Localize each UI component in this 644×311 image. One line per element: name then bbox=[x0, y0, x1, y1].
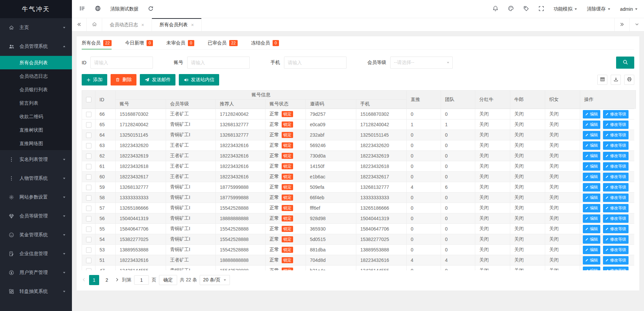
tabs-scroll-left-button[interactable] bbox=[72, 18, 87, 31]
edit-level-button[interactable]: 修改等级 bbox=[603, 173, 629, 181]
edit-level-button[interactable]: 修改等级 bbox=[603, 110, 629, 118]
sidebar-item[interactable]: 企业信息管理 bbox=[0, 244, 72, 263]
refresh-button[interactable] bbox=[148, 6, 154, 12]
lock-badge-button[interactable]: 锁定 bbox=[282, 132, 293, 138]
member-status-tab[interactable]: 所有会员22 bbox=[82, 36, 118, 49]
sidebar-subitem[interactable]: 收款二维码 bbox=[0, 110, 72, 123]
tabs-menu-button[interactable] bbox=[629, 18, 644, 31]
lock-badge-button[interactable]: 锁定 bbox=[282, 122, 293, 128]
tab-all-members[interactable]: 所有会员列表 × bbox=[152, 18, 202, 31]
lock-badge-button[interactable]: 锁定 bbox=[282, 195, 293, 201]
edit-level-button[interactable]: 修改等级 bbox=[603, 152, 629, 160]
tab-home[interactable] bbox=[87, 18, 102, 31]
edit-button[interactable]: 编辑 bbox=[583, 214, 600, 223]
page-button-1[interactable]: 1 bbox=[89, 275, 99, 285]
filter-phone-input[interactable] bbox=[284, 57, 347, 69]
edit-button[interactable]: 编辑 bbox=[583, 152, 600, 160]
row-checkbox[interactable] bbox=[86, 153, 91, 159]
close-icon[interactable]: × bbox=[191, 23, 194, 27]
lock-badge-button[interactable]: 锁定 bbox=[282, 184, 293, 190]
sidebar-item[interactable]: 实名列表管理 bbox=[0, 150, 72, 169]
edit-level-button[interactable]: 修改等级 bbox=[603, 225, 629, 233]
member-status-tab[interactable]: 已审会员22 bbox=[201, 36, 244, 49]
row-checkbox[interactable] bbox=[86, 247, 91, 253]
lock-badge-button[interactable]: 锁定 bbox=[282, 111, 293, 117]
row-checkbox[interactable] bbox=[86, 237, 91, 242]
edit-level-button[interactable]: 修改等级 bbox=[603, 235, 629, 244]
row-checkbox[interactable] bbox=[86, 258, 91, 263]
edit-level-button[interactable]: 修改等级 bbox=[603, 183, 629, 192]
sidebar-subitem[interactable]: 会员银行列表 bbox=[0, 83, 72, 96]
row-checkbox[interactable] bbox=[86, 185, 91, 190]
tab-member-logs[interactable]: 会员动态日志 × bbox=[102, 18, 152, 31]
sidebar-subitem[interactable]: 直推树状图 bbox=[0, 123, 72, 137]
sidebar-subitem[interactable]: 留言列表 bbox=[0, 96, 72, 110]
close-icon[interactable]: × bbox=[141, 23, 144, 27]
export-button[interactable] bbox=[611, 75, 621, 85]
lock-badge-button[interactable]: 锁定 bbox=[282, 215, 293, 221]
row-checkbox[interactable] bbox=[86, 216, 91, 221]
edit-button[interactable]: 编辑 bbox=[583, 141, 600, 150]
clear-test-data-button[interactable]: 清除测试数据 bbox=[110, 6, 138, 12]
edit-button[interactable]: 编辑 bbox=[583, 131, 600, 139]
send-message-button[interactable]: 发送站内信 bbox=[179, 74, 219, 85]
row-checkbox[interactable] bbox=[86, 112, 91, 117]
theme-button[interactable] bbox=[508, 5, 514, 12]
edit-level-button[interactable]: 修改等级 bbox=[603, 194, 629, 202]
edit-button[interactable]: 编辑 bbox=[583, 120, 600, 129]
edit-button[interactable]: 编辑 bbox=[583, 267, 600, 271]
edit-level-button[interactable]: 修改等级 bbox=[603, 204, 629, 212]
member-status-tab[interactable]: 未审会员0 bbox=[160, 36, 201, 49]
print-button[interactable] bbox=[624, 75, 634, 85]
member-status-tab[interactable]: 冻结会员0 bbox=[244, 36, 286, 49]
edit-level-button[interactable]: 修改等级 bbox=[603, 256, 629, 265]
lock-badge-button[interactable]: 锁定 bbox=[282, 247, 293, 253]
next-page-button[interactable] bbox=[115, 277, 119, 283]
sidebar-item[interactable]: 人物管理系统 bbox=[0, 169, 72, 188]
confirm-page-button[interactable]: 确定 bbox=[159, 275, 177, 285]
lock-badge-button[interactable]: 锁定 bbox=[282, 163, 293, 169]
row-checkbox[interactable] bbox=[86, 164, 91, 169]
sidebar-item[interactable]: 会员管理系统 bbox=[0, 37, 72, 56]
lock-badge-button[interactable]: 锁定 bbox=[282, 174, 293, 180]
filter-account-input[interactable] bbox=[187, 57, 250, 69]
sidebar-subitem[interactable]: 会员动态日志 bbox=[0, 69, 72, 83]
sidebar-item[interactable]: 用户资产管理 bbox=[0, 263, 72, 282]
edit-button[interactable]: 编辑 bbox=[583, 225, 600, 233]
page-size-select[interactable]: 20 条/页 bbox=[200, 275, 230, 285]
row-checkbox[interactable] bbox=[86, 133, 91, 138]
goto-page-input[interactable] bbox=[134, 275, 149, 285]
sidebar-item[interactable]: 主页 bbox=[0, 18, 72, 37]
fullscreen-button[interactable] bbox=[538, 6, 544, 12]
row-checkbox[interactable] bbox=[86, 174, 91, 180]
row-checkbox[interactable] bbox=[86, 268, 91, 270]
edit-button[interactable]: 编辑 bbox=[583, 194, 600, 202]
row-checkbox[interactable] bbox=[86, 143, 91, 148]
clear-cache-dropdown[interactable]: 清除缓存 bbox=[587, 6, 611, 12]
lock-badge-button[interactable]: 锁定 bbox=[282, 226, 293, 232]
lock-badge-button[interactable]: 锁定 bbox=[282, 236, 293, 242]
sidebar-item[interactable]: 网站参数设置 bbox=[0, 188, 72, 207]
edit-button[interactable]: 编辑 bbox=[583, 162, 600, 171]
language-globe-button[interactable] bbox=[95, 5, 101, 12]
sidebar-subitem[interactable]: 所有会员列表 bbox=[0, 56, 72, 69]
edit-button[interactable]: 编辑 bbox=[583, 204, 600, 212]
filter-columns-button[interactable] bbox=[597, 75, 607, 85]
edit-button[interactable]: 编辑 bbox=[583, 183, 600, 192]
tabs-scroll-right-button[interactable] bbox=[614, 18, 629, 31]
edit-level-button[interactable]: 修改等级 bbox=[603, 141, 629, 150]
sidebar-toggle-button[interactable] bbox=[79, 5, 85, 12]
edit-level-button[interactable]: 修改等级 bbox=[603, 214, 629, 223]
filter-level-select[interactable]: --请选择-- bbox=[390, 57, 453, 69]
sidebar-item[interactable]: 会员等级管理 bbox=[0, 207, 72, 226]
page-button-2[interactable]: 2 bbox=[102, 275, 112, 285]
simulate-dropdown[interactable]: 功能模拟 bbox=[554, 6, 577, 12]
send-mail-button[interactable]: 发送邮件 bbox=[140, 74, 175, 85]
edit-button[interactable]: 编辑 bbox=[583, 110, 600, 118]
edit-level-button[interactable]: 修改等级 bbox=[603, 246, 629, 254]
edit-level-button[interactable]: 修改等级 bbox=[603, 120, 629, 129]
row-checkbox[interactable] bbox=[86, 206, 91, 211]
filter-id-input[interactable] bbox=[90, 57, 153, 69]
edit-button[interactable]: 编辑 bbox=[583, 235, 600, 244]
notifications-button[interactable] bbox=[492, 5, 498, 12]
